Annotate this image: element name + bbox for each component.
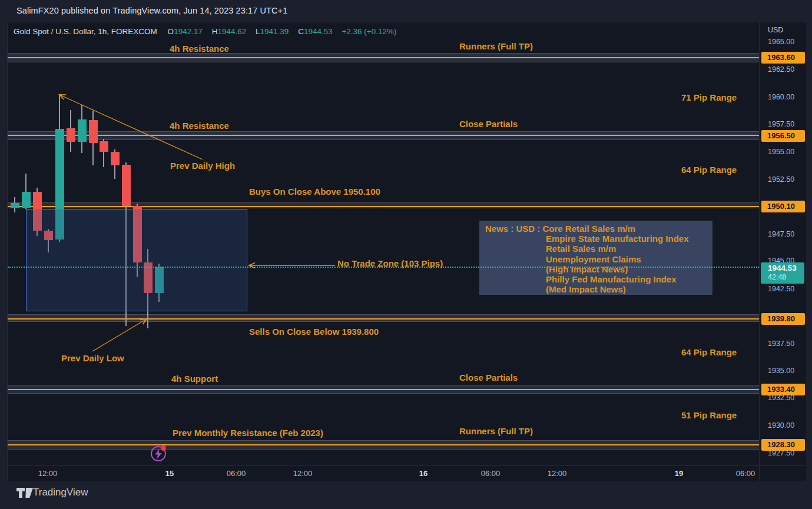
time-axis[interactable]: 12:001506:0012:001606:0012:001906:00 — [8, 465, 759, 481]
lightning-icon[interactable] — [151, 446, 166, 461]
low-label: L — [256, 27, 260, 36]
lightning-bolt-glyph — [154, 449, 163, 459]
price-axis[interactable]: USD 1944.53 42:48 1965.001962.501960.001… — [759, 22, 806, 465]
footer-bar: TradingView — [0, 481, 812, 509]
currency-label: USD — [768, 26, 783, 34]
level-line-1963.6 — [8, 57, 759, 58]
price-level-badge-1950.10: 1950.10 — [761, 201, 805, 212]
candle-body-8 — [100, 141, 108, 152]
annotation-4h-resistance-upper: 4h Resistance — [170, 44, 229, 54]
price-level-badge-1933.40: 1933.40 — [761, 384, 805, 395]
price-level-badge-1928.30: 1928.30 — [761, 439, 805, 451]
chart-legend[interactable]: Gold Spot / U.S. Dollar, 1h, FOREXCOM O1… — [14, 27, 397, 36]
news-line-1: Empire State Manufacturing Index — [546, 234, 712, 244]
price-tick-1965.00: 1965.00 — [768, 38, 794, 46]
current-price-badge: 1944.53 42:48 — [761, 262, 804, 284]
level-line-1939.8 — [8, 318, 759, 320]
page: { "publish_bar": { "text": "SalimFX20 pu… — [0, 0, 812, 509]
axis-corner — [759, 465, 806, 481]
news-line-3: Unemployment Claims — [546, 254, 712, 264]
annotation-prev-daily-high: Prev Daily High — [170, 161, 235, 171]
annotation-prev-monthly-resistance: Prev Monthly Resistance (Feb 2023) — [173, 428, 323, 438]
time-tick-19: 19 — [658, 469, 700, 478]
annotation-sells-on-close: Sells On Close Below 1939.800 — [249, 327, 379, 337]
annotation-buys-on-close: Buys On Close Above 1950.100 — [249, 187, 380, 197]
chart-pane[interactable]: Gold Spot / U.S. Dollar, 1h, FOREXCOM O1… — [8, 22, 759, 465]
annotation-no-trade-zone-label: No Trade Zone (103 Pips) — [337, 258, 443, 268]
high-label: H — [212, 27, 218, 36]
annotation-4h-resistance-lower: 4h Resistance — [170, 121, 229, 131]
open-label: O — [168, 27, 174, 36]
news-box: News : USD : Core Retail Sales m/mEmpire… — [479, 221, 712, 295]
level-line-1933.4 — [8, 389, 759, 390]
news-line-0: News : USD : Core Retail Sales m/m — [485, 224, 712, 234]
news-line-5: Philly Fed Manufacturing Index — [546, 274, 712, 284]
candle-body-6 — [78, 119, 87, 142]
annotation-51-pip-range: 51 Pip Range — [681, 410, 737, 420]
annotation-runners-full-tp-lower: Runners (Full TP) — [459, 426, 533, 436]
time-tick-12:00: 12:00 — [536, 469, 578, 478]
price-tick-1955.00: 1955.00 — [768, 148, 794, 156]
annotation-64-pip-range-upper: 64 Pip Range — [681, 165, 737, 175]
bar-countdown: 42:48 — [768, 273, 786, 281]
publish-text: SalimFX20 published on TradingView.com, … — [16, 0, 287, 22]
close-value: 1944.53 — [304, 27, 333, 36]
annotation-prev-daily-low: Prev Daily Low — [61, 353, 124, 363]
annotation-close-partials-upper: Close Partials — [459, 119, 518, 129]
news-line-6: (Med Impact News) — [546, 284, 712, 294]
close-label: C — [298, 27, 304, 36]
current-price-value: 1944.53 — [768, 264, 797, 272]
price-level-badge-1963.60: 1963.60 — [761, 52, 805, 64]
publish-bar: SalimFX20 published on TradingView.com, … — [0, 0, 812, 22]
annotation-runners-full-tp-upper: Runners (Full TP) — [459, 41, 533, 51]
level-line-1950.1 — [8, 206, 759, 207]
price-tick-1962.50: 1962.50 — [768, 65, 794, 74]
price-tick-1957.50: 1957.50 — [768, 120, 794, 128]
price-tick-1935.00: 1935.00 — [768, 367, 794, 375]
no-trade-zone-box — [26, 209, 247, 311]
prev-daily-low-arrow — [92, 319, 147, 351]
annotation-64-pip-range-lower: 64 Pip Range — [681, 347, 737, 357]
news-line-4: (High Impact News) — [546, 264, 712, 274]
price-tick-1960.00: 1960.00 — [768, 93, 794, 101]
level-line-1928.3 — [8, 444, 759, 445]
tradingview-logo-icon[interactable] — [16, 487, 34, 500]
candle-body-5 — [67, 128, 75, 142]
open-value: 1942.17 — [174, 27, 203, 36]
change-value: +2.36 (+0.12%) — [342, 27, 396, 36]
news-line-2: Retail Sales m/m — [546, 244, 712, 254]
price-level-badge-1956.50: 1956.50 — [761, 130, 805, 142]
price-tick-1937.50: 1937.50 — [768, 340, 794, 348]
price-tick-1942.50: 1942.50 — [768, 285, 794, 293]
candle-body-10 — [122, 165, 131, 206]
annotation-close-partials-lower: Close Partials — [459, 372, 518, 382]
time-tick-12:00: 12:00 — [282, 469, 323, 478]
level-zone-1950.1 — [8, 202, 759, 208]
price-tick-1952.50: 1952.50 — [768, 175, 794, 184]
tradingview-brand[interactable]: TradingView — [33, 487, 88, 498]
level-line-1956.5 — [8, 135, 759, 136]
time-tick-15: 15 — [149, 469, 190, 478]
price-tick-1947.50: 1947.50 — [768, 230, 794, 238]
annotation-71-pip-range: 71 Pip Range — [681, 92, 737, 102]
candle-body-1 — [22, 192, 31, 208]
chart-frame: Gold Spot / U.S. Dollar, 1h, FOREXCOM O1… — [7, 22, 806, 481]
low-value: 1941.39 — [260, 27, 289, 36]
time-tick-06:00: 06:00 — [470, 469, 511, 478]
time-tick-06:00: 06:00 — [216, 469, 257, 478]
time-tick-16: 16 — [403, 469, 444, 478]
price-tick-1930.00: 1930.00 — [768, 421, 794, 430]
price-level-badge-1939.80: 1939.80 — [761, 313, 805, 325]
symbol-title: Gold Spot / U.S. Dollar, 1h, FOREXCOM — [14, 27, 157, 36]
candle-body-9 — [111, 152, 120, 165]
candle-body-7 — [89, 120, 98, 143]
time-tick-12:00: 12:00 — [27, 469, 68, 478]
high-value: 1944.62 — [217, 27, 246, 36]
notification-dot — [161, 445, 166, 451]
candle-body-0 — [11, 203, 19, 208]
annotation-4h-support: 4h Support — [171, 374, 218, 384]
